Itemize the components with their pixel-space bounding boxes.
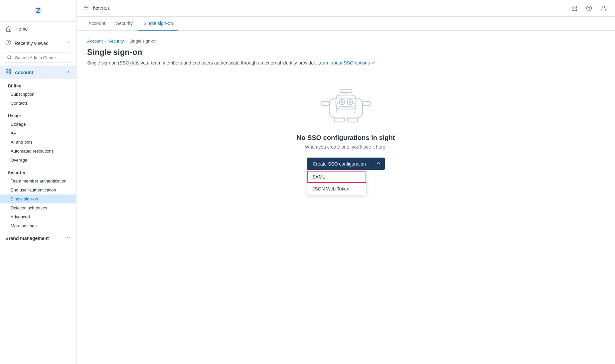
svg-rect-17 — [329, 98, 363, 118]
create-sso-button[interactable]: Create SSO configuration — [307, 158, 372, 170]
svg-point-16 — [603, 6, 605, 8]
breadcrumb-account[interactable]: Account — [87, 39, 103, 44]
svg-rect-18 — [340, 90, 352, 92]
sidebar-item-overage[interactable]: Overage — [0, 156, 76, 165]
security-title: Security — [0, 169, 76, 177]
usage-section: Usage Storage API AI and bots Automated … — [0, 109, 76, 166]
svg-rect-13 — [575, 9, 577, 10]
sidebar-item-end-user-auth[interactable]: End user authentication — [0, 185, 76, 194]
home-label: Home — [15, 26, 28, 32]
sidebar-item-brand-management[interactable]: Brand management — [0, 232, 76, 244]
svg-rect-10 — [572, 6, 574, 8]
main-area: hot7851 Account Security Single sign-on … — [77, 0, 615, 364]
sidebar-item-api[interactable]: API — [0, 129, 76, 138]
billing-section: Billing Subscription Contacts — [0, 79, 76, 109]
top-bar-title: hot7851 — [93, 6, 110, 11]
security-section: Security Team member authentication End … — [0, 166, 76, 232]
sidebar-item-advanced[interactable]: Advanced — [0, 212, 76, 221]
grid-icon[interactable] — [570, 4, 579, 13]
chevron-up-toggle-icon — [376, 161, 381, 167]
sidebar: Home Recently viewed Account — [0, 0, 77, 364]
svg-rect-27 — [363, 101, 371, 105]
svg-rect-26 — [321, 101, 329, 105]
recently-viewed-label: Recently viewed — [15, 41, 49, 46]
sidebar-item-home[interactable]: Home — [0, 22, 76, 36]
svg-rect-28 — [334, 118, 344, 122]
chevron-down-icon — [66, 40, 71, 46]
sidebar-item-subscription[interactable]: Subscription — [0, 90, 76, 99]
svg-point-23 — [341, 101, 343, 103]
svg-line-2 — [10, 58, 11, 59]
tab-single-sign-on[interactable]: Single sign-on — [138, 17, 178, 31]
zendesk-logo-icon — [33, 5, 44, 16]
account-icon — [5, 69, 11, 76]
logo-area — [0, 0, 76, 22]
svg-rect-4 — [9, 69, 11, 71]
home-icon — [5, 26, 12, 32]
collapse-sidebar-icon[interactable] — [83, 5, 89, 12]
sidebar-item-deletion-schedules[interactable]: Deletion schedules — [0, 203, 76, 212]
breadcrumb-sep-2: › — [126, 39, 127, 44]
sidebar-item-automated-resolutions[interactable]: Automated resolutions — [0, 147, 76, 156]
page-description: Single sign-on (SSO) lets your team memb… — [87, 60, 604, 66]
empty-state-illustration — [316, 80, 376, 127]
chevron-down-icon-brand — [66, 235, 71, 241]
billing-title: Billing — [0, 82, 76, 90]
breadcrumb-current: Single sign-on — [129, 39, 157, 44]
svg-rect-30 — [337, 103, 355, 113]
sidebar-sub-sections: Billing Subscription Contacts Usage Stor… — [0, 79, 76, 364]
search-icon — [7, 55, 12, 61]
chevron-up-icon — [66, 69, 71, 75]
sidebar-item-team-member-auth[interactable]: Team member authentication — [0, 177, 76, 185]
svg-rect-29 — [348, 118, 358, 122]
svg-point-24 — [349, 101, 351, 103]
sidebar-item-more-settings[interactable]: More settings — [0, 221, 76, 230]
svg-rect-11 — [575, 6, 577, 8]
sidebar-item-storage[interactable]: Storage — [0, 120, 76, 129]
svg-point-1 — [8, 56, 11, 59]
search-bar — [4, 53, 72, 63]
user-icon[interactable] — [599, 4, 608, 13]
page-title: Single sign-on — [87, 48, 604, 57]
recently-viewed-row[interactable]: Recently viewed — [0, 36, 76, 50]
account-main-label: Account — [15, 70, 33, 75]
empty-state-title: No SSO configurations in sight — [297, 134, 395, 142]
svg-rect-5 — [6, 72, 8, 74]
learn-more-link[interactable]: Learn about SSO options ↗ — [318, 60, 375, 65]
sidebar-item-single-sign-on[interactable]: Single sign-on — [0, 194, 76, 203]
tabs-bar: Account Security Single sign-on — [77, 17, 615, 31]
content-area: Account › Security › Single sign-on Sing… — [77, 31, 615, 364]
svg-rect-3 — [6, 69, 8, 71]
search-input[interactable] — [4, 53, 72, 63]
breadcrumb: Account › Security › Single sign-on — [87, 39, 604, 44]
top-bar-actions — [570, 4, 608, 13]
create-sso-dropdown-menu: SAML JSON Web Token — [307, 171, 367, 195]
dropdown-item-saml[interactable]: SAML — [307, 171, 366, 183]
clock-icon — [5, 40, 11, 47]
usage-title: Usage — [0, 112, 76, 120]
tab-security[interactable]: Security — [111, 17, 138, 31]
svg-rect-6 — [9, 72, 11, 74]
create-sso-dropdown-toggle[interactable] — [372, 158, 385, 170]
tab-account[interactable]: Account — [83, 17, 111, 31]
brand-management-label: Brand management — [5, 236, 49, 241]
sidebar-item-account[interactable]: Account — [0, 65, 76, 79]
empty-state: No SSO configurations in sight When you … — [87, 80, 604, 170]
create-sso-btn-group: Create SSO configuration SAML JSON Web T… — [307, 158, 385, 170]
dropdown-item-jwt[interactable]: JSON Web Token — [307, 183, 366, 195]
top-bar: hot7851 — [77, 0, 615, 17]
help-icon[interactable] — [584, 4, 594, 13]
svg-rect-12 — [572, 9, 574, 10]
breadcrumb-security[interactable]: Security — [108, 39, 124, 44]
sidebar-item-contacts[interactable]: Contacts — [0, 99, 76, 108]
empty-state-desc: When you create one, you'll see it here. — [305, 144, 386, 150]
breadcrumb-sep-1: › — [105, 39, 106, 44]
sidebar-item-ai-bots[interactable]: AI and bots — [0, 138, 76, 147]
